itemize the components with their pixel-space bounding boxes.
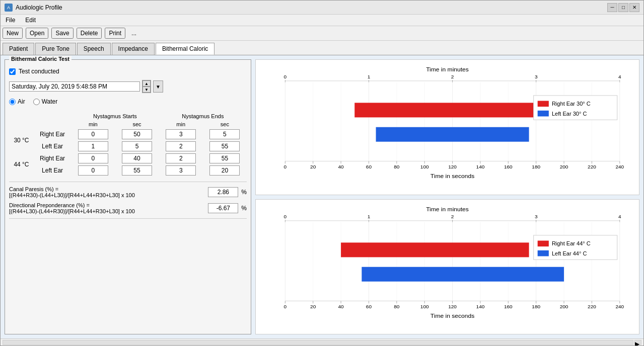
t30-le-start-sec[interactable]: 5 [122,141,152,151]
canal-paresis-unit: % [241,189,247,196]
right-panel: Time in minutes 0 1 2 3 4 [255,59,639,334]
t44-le-end-sec[interactable]: 20 [209,165,240,176]
svg-text:100: 100 [420,164,429,169]
menu-file[interactable]: File [3,16,18,25]
menu-bar: File Edit [1,15,643,26]
tab-bar: Patient Pure Tone Speech Impedance Bithe… [1,41,643,55]
svg-text:100: 100 [420,304,429,309]
tab-speech[interactable]: Speech [77,43,111,55]
t30-re-start-min[interactable]: 0 [78,129,108,139]
date-spinner-up[interactable]: ▲ [142,80,151,86]
toolbar-print[interactable]: Print [105,28,125,39]
t44-re-end-sec[interactable]: 55 [209,153,240,163]
tab-bithermal-caloric[interactable]: Bithermal Caloric [156,43,214,55]
date-input[interactable]: Saturday, July 20, 2019 5:48:58 PM [9,81,140,92]
svg-text:2: 2 [451,214,454,219]
title-bar: A Audiologic Profile ─ □ ✕ [1,1,643,15]
t44-le-start-min[interactable]: 0 [78,165,108,176]
toolbar-delete[interactable]: Delete [77,28,102,39]
test-conducted-row: Test conducted [9,68,247,75]
toolbar-save[interactable]: Save [51,28,73,39]
air-water-row: Air Water [9,98,247,105]
canal-paresis-value[interactable]: 2.86 [208,187,238,197]
toolbar-new[interactable]: New [3,28,23,39]
chart-30-svg: Time in minutes 0 1 2 3 4 [260,64,635,191]
t30-re-end-min[interactable]: 3 [166,129,196,139]
status-bar: ▶ [1,338,643,345]
maximize-button[interactable]: □ [618,3,628,12]
t44-re-start-min[interactable]: 0 [78,153,108,163]
date-dropdown-btn[interactable]: ▼ [153,80,163,93]
t30-le-start-min[interactable]: 1 [78,141,108,151]
bar-44-re [341,242,529,257]
test-conducted-checkbox[interactable] [9,68,16,75]
canal-paresis-label: Canal Paresis (%) = [(R44+R30)-(L44+L30)… [9,186,205,198]
table-row: Left Ear 0 55 3 20 [9,164,247,177]
table-row: 30 °C Right Ear 0 50 3 5 [9,128,247,140]
window-title: Audiologic Profile [16,4,62,11]
svg-text:140: 140 [476,164,485,169]
tab-patient[interactable]: Patient [3,43,34,55]
temp30-label: 30 °C [9,128,34,152]
canal-paresis-row: Canal Paresis (%) = [(R44+R30)-(L44+L30)… [9,186,247,198]
svg-rect-56 [538,111,549,117]
t30-re-start-sec[interactable]: 50 [122,129,152,139]
table-row: Left Ear 1 5 2 55 [9,140,247,152]
air-radio[interactable] [9,99,16,105]
svg-rect-115 [538,250,549,256]
title-bar-left: A Audiologic Profile [5,4,62,12]
right-ear-label-44: Right Ear [34,152,71,164]
col-min1: min [71,120,115,128]
content-area: Bithermal Caloric Test Test conducted Sa… [1,55,643,338]
svg-text:Time in seconds: Time in seconds [431,312,474,319]
toolbar-more: ... [128,29,139,38]
t44-re-start-sec[interactable]: 40 [122,153,152,163]
svg-text:1: 1 [368,74,371,79]
svg-text:220: 220 [588,304,596,309]
svg-text:0: 0 [284,74,287,79]
col-sec1: sec [115,120,159,128]
chart-44-svg: Time in minutes 0 1 2 3 4 [260,204,635,330]
svg-text:60: 60 [366,304,372,309]
svg-text:Right Ear 44° C: Right Ear 44° C [552,240,591,246]
toolbar-open[interactable]: Open [26,28,48,39]
left-ear-label-30: Left Ear [34,140,71,152]
nystagmus-ends-header: Nystagmus Ends [159,112,247,120]
svg-text:40: 40 [338,304,344,309]
t30-re-end-sec[interactable]: 5 [209,129,240,139]
water-radio[interactable] [33,99,40,105]
t30-le-end-min[interactable]: 2 [166,141,196,151]
scrollbar-right-btn[interactable]: ▶ [634,340,641,345]
svg-text:Left Ear 30° C: Left Ear 30° C [552,111,587,117]
svg-text:Right Ear 30° C: Right Ear 30° C [552,101,591,107]
menu-edit[interactable]: Edit [22,16,39,25]
divider2 [9,218,247,219]
t44-le-start-sec[interactable]: 55 [122,165,152,176]
main-window: A Audiologic Profile ─ □ ✕ File Edit New… [0,0,644,346]
water-radio-item: Water [33,98,58,105]
tab-pure-tone[interactable]: Pure Tone [35,43,76,55]
nystagmus-starts-header: Nystagmus Starts [71,112,159,120]
tab-impedance[interactable]: Impedance [112,43,155,55]
svg-text:60: 60 [366,164,372,169]
date-spinner-down[interactable]: ▼ [142,86,151,93]
col-min2: min [159,120,203,128]
t44-le-end-min[interactable]: 3 [166,165,196,176]
svg-text:2: 2 [451,74,454,79]
divider1 [9,182,247,182]
svg-text:140: 140 [476,304,485,309]
t44-re-end-min[interactable]: 2 [166,153,196,163]
close-button[interactable]: ✕ [629,3,639,12]
directional-value[interactable]: -6.67 [208,203,238,213]
svg-text:0: 0 [284,304,287,309]
svg-text:180: 180 [532,304,540,309]
svg-text:20: 20 [310,164,316,169]
t30-le-end-sec[interactable]: 55 [209,141,240,151]
minimize-button[interactable]: ─ [607,3,617,12]
horizontal-scrollbar[interactable] [3,340,633,345]
directional-unit: % [241,205,247,212]
svg-text:160: 160 [504,164,513,169]
col-sec2: sec [203,120,247,128]
toolbar: New Open Save Delete Print ... [1,26,643,41]
svg-text:0: 0 [284,214,287,219]
